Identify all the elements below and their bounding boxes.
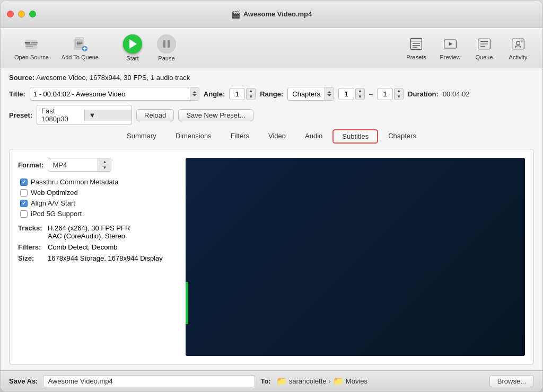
web-label: Web Optimized	[31, 189, 78, 197]
open-source-label: Open Source	[14, 54, 49, 60]
source-label: Source:	[9, 74, 34, 82]
checkbox-ipod[interactable]: iPod 5G Support	[20, 210, 177, 218]
range-to-value: 1	[377, 88, 393, 100]
path-display: 📁 sarahcolette › 📁 Movies	[276, 376, 484, 386]
preset-select[interactable]: Fast 1080p30 ▼	[37, 105, 132, 125]
range-from-down[interactable]: ▼	[356, 94, 364, 100]
bottom-bar: Save As: To: 📁 sarahcolette › 📁 Movies B…	[1, 370, 542, 391]
tab-chapters[interactable]: Chapters	[379, 129, 425, 144]
range-label: Range:	[260, 90, 283, 98]
video-scan-line	[186, 282, 188, 324]
tab-summary[interactable]: Summary	[118, 129, 165, 144]
title-stepper[interactable]	[190, 87, 199, 100]
format-up[interactable]: ▲	[100, 159, 109, 165]
range-from-arrows[interactable]: ▲ ▼	[355, 88, 365, 100]
range-to-arrows[interactable]: ▲ ▼	[394, 88, 404, 100]
angle-label: Angle:	[204, 90, 225, 98]
add-to-queue-icon	[72, 35, 89, 52]
size-row: Size: 1678x944 Storage, 1678x944 Display	[18, 254, 177, 262]
range-to-up[interactable]: ▲	[395, 88, 403, 94]
ipod-checkbox[interactable]	[20, 210, 28, 218]
queue-button[interactable]: Queue	[468, 33, 500, 63]
presets-button[interactable]: Presets	[400, 33, 432, 63]
tracks-label: Tracks:	[18, 224, 45, 240]
angle-arrows[interactable]: ▲ ▼	[246, 88, 256, 100]
start-icon	[123, 34, 142, 54]
title-text: Awesome Video.mp4	[243, 10, 312, 18]
duration-label: Duration:	[408, 90, 439, 98]
angle-down[interactable]: ▼	[247, 94, 255, 100]
activity-button[interactable]: i Activity	[502, 33, 534, 63]
tab-filters[interactable]: Filters	[222, 129, 258, 144]
range-to-down[interactable]: ▼	[395, 94, 403, 100]
preset-chevron-icon[interactable]: ▼	[84, 110, 132, 121]
size-label: Size:	[18, 254, 45, 262]
tracks-row: Tracks: H.264 (x264), 30 FPS PFR AAC (Co…	[18, 224, 177, 240]
web-checkbox[interactable]	[20, 189, 28, 197]
ipod-label: iPod 5G Support	[31, 210, 82, 218]
preview-label: Preview	[440, 54, 460, 60]
align-checkbox[interactable]	[20, 200, 28, 207]
open-source-button[interactable]: Open Source	[9, 33, 54, 63]
queue-label: Queue	[475, 54, 493, 60]
start-button[interactable]: Start	[117, 32, 148, 64]
tracks-line2: AAC (CoreAudio), Stereo	[48, 232, 130, 240]
save-preset-button[interactable]: Save New Preset...	[178, 109, 253, 121]
path-separator: ›	[329, 377, 331, 385]
path-user: sarahcolette	[289, 377, 327, 385]
save-as-input[interactable]	[43, 375, 255, 387]
svg-point-26	[520, 38, 524, 43]
angle-up[interactable]: ▲	[247, 88, 255, 94]
summary-left: Format: MP4 ▲ ▼ Passthru Common Metadata	[18, 158, 177, 356]
format-row: Format: MP4 ▲ ▼	[18, 158, 177, 172]
tab-audio[interactable]: Audio	[296, 129, 331, 144]
checkboxes: Passthru Common Metadata Web Optimized A…	[18, 178, 177, 218]
range-type-select[interactable]: Chapters	[287, 87, 334, 101]
source-value: Awesome Video, 1678x944, 30 FPS, 1 audio…	[36, 74, 190, 82]
title-select[interactable]	[30, 87, 199, 101]
maximize-button[interactable]	[29, 11, 36, 17]
format-down[interactable]: ▼	[100, 165, 109, 171]
title-input[interactable]	[30, 88, 190, 100]
svg-rect-13	[411, 39, 422, 50]
filters-row: Filters: Comb Detect, Decomb	[18, 243, 177, 251]
range-value: Chapters	[288, 88, 325, 100]
passthru-label: Passthru Common Metadata	[31, 178, 118, 186]
pause-button[interactable]: Pause	[151, 32, 182, 64]
pause-icon	[157, 34, 176, 54]
browse-button[interactable]: Browse...	[489, 375, 534, 387]
format-select[interactable]: MP4 ▲ ▼	[48, 158, 111, 172]
path-folder: Movies	[346, 377, 367, 385]
checkbox-web[interactable]: Web Optimized	[20, 189, 177, 197]
range-separator: –	[369, 90, 373, 98]
preset-value: Fast 1080p30	[37, 105, 84, 124]
source-row: Source: Awesome Video, 1678x944, 30 FPS,…	[9, 74, 534, 82]
range-type-arrows[interactable]	[325, 87, 334, 100]
info-grid: Tracks: H.264 (x264), 30 FPS PFR AAC (Co…	[18, 224, 177, 262]
reload-button[interactable]: Reload	[136, 109, 174, 121]
range-from-up[interactable]: ▲	[356, 88, 364, 94]
preview-button[interactable]: Preview	[434, 33, 466, 63]
minimize-button[interactable]	[18, 11, 25, 17]
tab-dimensions[interactable]: Dimensions	[167, 129, 221, 144]
activity-icon: i	[510, 35, 527, 52]
title-icon: 🎬	[231, 10, 240, 19]
tab-subtitles[interactable]: Subtitles	[332, 129, 378, 144]
svg-rect-0	[26, 40, 37, 49]
main-content: Source: Awesome Video, 1678x944, 30 FPS,…	[1, 68, 542, 370]
svg-marker-19	[449, 42, 452, 46]
tab-video[interactable]: Video	[259, 129, 295, 144]
close-button[interactable]	[7, 11, 14, 17]
format-arrows[interactable]: ▲ ▼	[98, 158, 111, 171]
main-window: 🎬 Awesome Video.mp4 Open Source	[0, 0, 543, 392]
open-source-icon	[23, 35, 40, 52]
window-title: 🎬 Awesome Video.mp4	[231, 10, 312, 19]
svg-point-25	[516, 41, 520, 45]
checkbox-align[interactable]: Align A/V Start	[20, 199, 177, 207]
add-to-queue-button[interactable]: Add To Queue	[56, 33, 104, 63]
passthru-checkbox[interactable]	[20, 179, 28, 186]
angle-value: 1	[229, 88, 245, 100]
title-label: Title:	[9, 90, 25, 98]
checkbox-passthru[interactable]: Passthru Common Metadata	[20, 178, 177, 186]
tracks-line1: H.264 (x264), 30 FPS PFR	[48, 224, 130, 232]
